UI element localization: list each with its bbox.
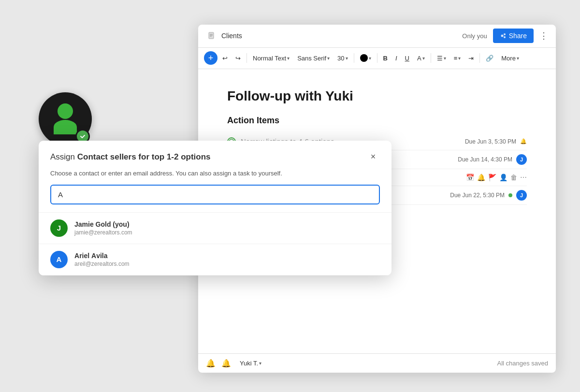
numbered-list-button[interactable]: ≡ ▾ — [451, 53, 464, 64]
font-size-label: 30 — [337, 55, 344, 62]
user-label: Yuki T. — [240, 360, 258, 367]
font-dropdown[interactable]: Sans Serif ▾ — [294, 53, 333, 64]
share-button[interactable]: Share — [493, 29, 534, 43]
divider-1 — [246, 53, 247, 63]
contact-avatar: J — [50, 219, 68, 237]
text-style-arrow: ▾ — [287, 56, 290, 61]
notification-icon[interactable]: 🔔 — [221, 359, 231, 368]
task-due: Due Jun 3, 5:30 PM — [465, 138, 516, 145]
svg-point-4 — [501, 35, 503, 37]
task-meta: Due Jun 22, 5:30 PM J — [450, 190, 527, 201]
filename-text: Clients — [221, 32, 242, 40]
highlight-label: A — [417, 55, 421, 62]
dialog-subtitle: Choose a contact or enter an email addre… — [39, 170, 392, 185]
divider-5 — [479, 53, 480, 63]
numbered-arrow: ▾ — [458, 56, 461, 61]
more-icon[interactable]: ⋯ — [520, 174, 527, 181]
task-assignee-avatar: J — [516, 190, 527, 201]
bullet-arrow: ▾ — [444, 56, 446, 61]
link-button[interactable]: 🔗 — [483, 53, 496, 64]
document-title: Follow-up with Yuki — [227, 88, 527, 104]
dialog-title-prefix: Assign — [50, 152, 77, 161]
notif-indicator — [508, 193, 512, 197]
share-label: Share — [509, 32, 527, 40]
task-assignee-avatar: J — [516, 154, 527, 165]
undo-button[interactable]: ↩ — [219, 53, 231, 64]
visibility-label: Only you — [462, 32, 487, 40]
dialog-search-input[interactable] — [50, 185, 380, 204]
contact-avatar: A — [50, 251, 68, 268]
avatar-person — [54, 103, 77, 134]
svg-point-6 — [504, 36, 506, 38]
italic-button[interactable]: I — [392, 53, 400, 64]
contact-item[interactable]: J Jamie Gold (you) jamie@zerealtors.com — [39, 213, 392, 244]
notif-icon: 🔔 — [520, 138, 527, 145]
user-arrow: ▾ — [259, 361, 261, 366]
assign-icon[interactable]: 👤 — [499, 174, 508, 181]
bullet-list-button[interactable]: ☰ ▾ — [434, 53, 449, 64]
avatar-body — [54, 120, 77, 134]
bullet-icon: ☰ — [437, 55, 443, 62]
text-style-dropdown[interactable]: Normal Text ▾ — [250, 53, 292, 64]
dialog-header: Assign Contact sellers for top 1-2 optio… — [39, 141, 392, 170]
indent-icon: ⇥ — [468, 55, 474, 62]
editor-toolbar: + ↩ ↪ Normal Text ▾ Sans Serif ▾ 30 ▾ ▾ — [198, 48, 556, 69]
numbered-icon: ≡ — [454, 55, 458, 62]
flag-icon[interactable]: 🚩 — [488, 174, 496, 181]
save-status: All changes saved — [497, 360, 548, 367]
bell-icon[interactable]: 🔔 — [477, 174, 485, 181]
font-label: Sans Serif — [297, 55, 326, 62]
doc-icon — [206, 30, 218, 42]
dialog-contact-list: J Jamie Gold (you) jamie@zerealtors.com … — [39, 212, 392, 276]
font-size-arrow: ▾ — [346, 56, 348, 61]
more-arrow: ▾ — [517, 56, 519, 61]
contact-email: areil@zerealtors.com — [74, 261, 130, 267]
avatar-circle — [39, 92, 92, 145]
highlight-button[interactable]: A ▾ — [414, 53, 428, 64]
editor-topbar: Clients Only you Share ⋮ — [198, 25, 556, 48]
font-arrow: ▾ — [327, 56, 330, 61]
color-circle — [360, 54, 368, 62]
link-icon: 🔗 — [486, 55, 493, 62]
assign-dialog: Assign Contact sellers for top 1-2 optio… — [39, 141, 392, 276]
avatar-head — [58, 103, 73, 119]
color-arrow: ▾ — [369, 56, 371, 61]
more-options-button[interactable]: ⋮ — [539, 30, 548, 41]
dialog-search — [50, 185, 380, 204]
highlight-arrow: ▾ — [422, 56, 425, 61]
task-meta: Due Jun 14, 4:30 PM J — [458, 154, 527, 165]
calendar-icon[interactable]: 📅 — [466, 174, 474, 181]
user-selector[interactable]: Yuki T. ▾ — [237, 358, 264, 369]
redo-button[interactable]: ↪ — [232, 53, 244, 64]
more-button[interactable]: More ▾ — [498, 53, 522, 64]
editor-bottombar: 🔔 🔔 Yuki T. ▾ All changes saved — [198, 353, 556, 373]
contact-info: Jamie Gold (you) jamie@zerealtors.com — [74, 220, 132, 236]
contact-info: Ariel Avila areil@zerealtors.com — [74, 252, 130, 267]
contact-email: jamie@zerealtors.com — [74, 229, 132, 236]
delete-icon[interactable]: 🗑 — [510, 174, 517, 181]
divider-2 — [354, 53, 354, 63]
task-meta: Due Jun 3, 5:30 PM 🔔 — [465, 138, 527, 145]
divider-4 — [431, 53, 431, 63]
add-button[interactable]: + — [204, 51, 218, 65]
filename: Clients — [221, 32, 242, 40]
task-due: Due Jun 14, 4:30 PM — [458, 156, 512, 163]
svg-point-5 — [504, 33, 506, 35]
color-button[interactable]: ▾ — [357, 52, 374, 64]
indent-button[interactable]: ⇥ — [465, 53, 477, 64]
dialog-close-button[interactable]: × — [366, 150, 380, 164]
contact-name: Jamie Gold (you) — [74, 220, 132, 228]
dialog-title-bold: Contact sellers for top 1-2 options — [77, 152, 211, 161]
bell-icon[interactable]: 🔔 — [206, 359, 216, 368]
bold-button[interactable]: B — [380, 53, 391, 64]
topbar-right: Only you Share ⋮ — [462, 29, 548, 43]
section-title: Action Items — [227, 116, 527, 126]
contact-name: Ariel Avila — [74, 252, 130, 260]
text-style-label: Normal Text — [253, 55, 286, 62]
dialog-title: Assign Contact sellers for top 1-2 optio… — [50, 152, 211, 162]
underline-button[interactable]: U — [402, 53, 412, 64]
divider-3 — [377, 53, 377, 63]
font-size-dropdown[interactable]: 30 ▾ — [334, 53, 350, 64]
contact-item[interactable]: A Ariel Avila areil@zerealtors.com — [39, 244, 392, 276]
more-label: More — [501, 55, 516, 62]
